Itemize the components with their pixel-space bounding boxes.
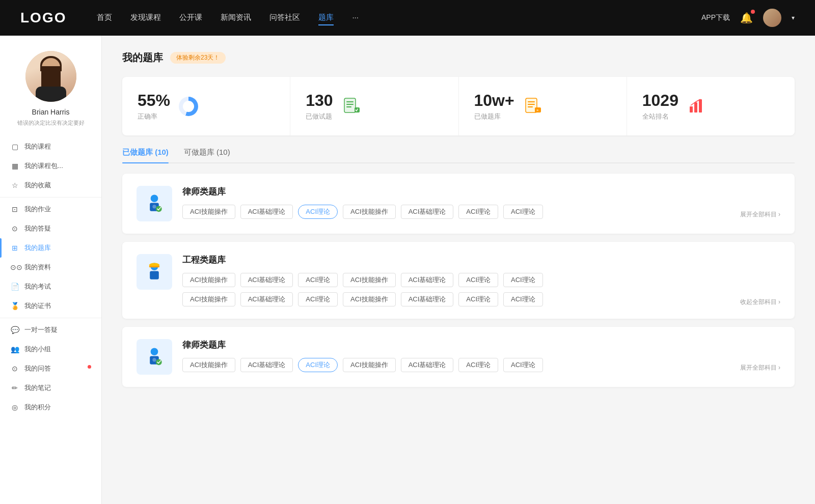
- l2-tag-5[interactable]: ACI理论: [458, 358, 498, 372]
- eng-r2-tag-4[interactable]: ACI基础理论: [401, 292, 454, 306]
- qbank-tag-0[interactable]: ACI技能操作: [182, 205, 235, 219]
- favorites-icon: ☆: [10, 181, 19, 189]
- qbank-tags-lawyer-1: ACI技能操作 ACI基础理论 ACI理论 ACI技能操作 ACI基础理论 AC…: [182, 205, 543, 219]
- eng-r2-tag-1[interactable]: ACI基础理论: [240, 292, 293, 306]
- sidebar-item-my-group[interactable]: 👥 我的小组: [0, 340, 101, 359]
- eng-tag-0[interactable]: ACI技能操作: [182, 273, 235, 287]
- eng-r2-tag-3[interactable]: ACI技能操作: [343, 292, 396, 306]
- sidebar-item-one-on-one[interactable]: 💬 一对一答疑: [0, 320, 101, 340]
- svg-rect-12: [694, 102, 697, 113]
- stat-banks-values: 10w+ 已做题库: [474, 91, 514, 121]
- sidebar-motto: 错误的决定比没有决定要好: [12, 119, 90, 127]
- eng-r2-tag-0[interactable]: ACI技能操作: [182, 292, 235, 306]
- main-content: 我的题库 体验剩余23天！ 55% 正确率 130 已做试题: [102, 36, 815, 504]
- sidebar-item-my-profile[interactable]: ⊙⊙ 我的资料: [0, 258, 101, 277]
- sidebar-divider-2: [0, 318, 101, 318]
- stat-banks-value: 10w+: [474, 91, 514, 110]
- sidebar-item-my-notes[interactable]: ✏ 我的笔记: [0, 378, 101, 398]
- tab-done[interactable]: 已做题库 (10): [122, 148, 169, 162]
- qbank-tag-2[interactable]: ACI理论: [298, 205, 338, 219]
- nav-open[interactable]: 公开课: [179, 11, 202, 25]
- qbank-tag-4[interactable]: ACI基础理论: [401, 205, 454, 219]
- nav-right: APP下载 🔔 ▾: [701, 9, 795, 27]
- svg-rect-3: [346, 106, 351, 107]
- eng-r2-tag-5[interactable]: ACI理论: [458, 292, 498, 306]
- notes-icon: ✏: [10, 384, 19, 392]
- eng-tag-6[interactable]: ACI理论: [503, 273, 543, 287]
- doc-green-icon: [342, 97, 361, 116]
- svg-point-17: [156, 206, 162, 212]
- l2-tag-3[interactable]: ACI技能操作: [343, 358, 396, 372]
- sidebar-label-my-profile: 我的资料: [24, 263, 51, 272]
- logo[interactable]: LOGO: [20, 10, 66, 26]
- eng-tag-2[interactable]: ACI理论: [298, 273, 338, 287]
- svg-rect-19: [150, 271, 159, 279]
- chevron-down-icon[interactable]: ▾: [792, 14, 795, 21]
- l2-tag-6[interactable]: ACI理论: [503, 358, 543, 372]
- svg-rect-13: [699, 99, 702, 113]
- stat-rank-value: 1029: [642, 91, 678, 110]
- expand-lawyer-1[interactable]: 展开全部科目 ›: [740, 210, 780, 219]
- one-on-one-icon: 💬: [10, 326, 19, 334]
- stat-accuracy-value: 55%: [138, 91, 170, 110]
- qbank-body-lawyer-2: 律师类题库 ACI技能操作 ACI基础理论 ACI理论 ACI技能操作 ACI基…: [182, 339, 780, 372]
- l2-tag-2[interactable]: ACI理论: [298, 358, 338, 372]
- sidebar-label-my-packages: 我的课程包...: [24, 161, 63, 171]
- tab-todo[interactable]: 可做题库 (10): [184, 148, 230, 162]
- svg-point-24: [152, 358, 156, 361]
- profile-icon: ⊙⊙: [10, 263, 19, 271]
- avatar-body: [36, 87, 66, 102]
- qbank-header-lawyer-2: 律师类题库 ACI技能操作 ACI基础理论 ACI理论 ACI技能操作 ACI基…: [137, 339, 780, 375]
- eng-tag-5[interactable]: ACI理论: [458, 273, 498, 287]
- l2-tag-1[interactable]: ACI基础理论: [240, 358, 293, 372]
- expand-lawyer-2[interactable]: 展开全部科目 ›: [740, 363, 780, 372]
- homework-icon: ⊡: [10, 205, 19, 213]
- sidebar-item-my-points[interactable]: ◎ 我的积分: [0, 398, 101, 417]
- app-download-button[interactable]: APP下载: [701, 13, 730, 22]
- sidebar-item-my-certs[interactable]: 🏅 我的证书: [0, 296, 101, 316]
- svg-rect-11: [690, 106, 693, 113]
- answers-badge: [88, 365, 91, 369]
- svg-rect-2: [346, 104, 354, 105]
- sidebar-item-my-questions[interactable]: ⊙ 我的答疑: [0, 219, 101, 238]
- sidebar-item-my-favorites[interactable]: ☆ 我的收藏: [0, 176, 101, 195]
- qbank-title-engineering: 工程类题库: [182, 254, 780, 266]
- bar-chart-icon: [688, 97, 706, 116]
- done-banks-icon: ≡: [523, 96, 543, 117]
- qbank-tag-3[interactable]: ACI技能操作: [343, 205, 396, 219]
- qbank-tag-6[interactable]: ACI理论: [503, 205, 543, 219]
- l2-tag-4[interactable]: ACI基础理论: [401, 358, 454, 372]
- nav-more[interactable]: ···: [352, 11, 359, 25]
- eng-tag-3[interactable]: ACI技能操作: [343, 273, 396, 287]
- sidebar-item-my-packages[interactable]: ▦ 我的课程包...: [0, 156, 101, 176]
- svg-rect-0: [344, 98, 356, 113]
- notification-bell-icon[interactable]: 🔔: [740, 12, 753, 24]
- l2-tag-0[interactable]: ACI技能操作: [182, 358, 235, 372]
- nav-news[interactable]: 新闻资讯: [221, 11, 251, 25]
- qbank-icon-wrap-engineering: [137, 254, 172, 290]
- sidebar-label-my-group: 我的小组: [24, 345, 51, 354]
- collapse-engineering[interactable]: 收起全部科目 ›: [740, 298, 780, 306]
- qbank-tag-5[interactable]: ACI理论: [458, 205, 498, 219]
- eng-tag-4[interactable]: ACI基础理论: [401, 273, 454, 287]
- qbank-tag-1[interactable]: ACI基础理论: [240, 205, 293, 219]
- avatar[interactable]: [763, 9, 781, 27]
- qbank-tags-engineering-row2: ACI技能操作 ACI基础理论 ACI理论 ACI技能操作 ACI基础理论 AC…: [182, 292, 543, 306]
- sidebar-item-my-exams[interactable]: 📄 我的考试: [0, 277, 101, 296]
- eng-r2-tag-2[interactable]: ACI理论: [298, 292, 338, 306]
- qbank-section-lawyer-1: 律师类题库 ACI技能操作 ACI基础理论 ACI理论 ACI技能操作 ACI基…: [122, 174, 795, 234]
- sidebar-item-my-courses[interactable]: ▢ 我的课程: [0, 137, 101, 156]
- sidebar-item-my-answers[interactable]: ⊙ 我的问答: [0, 359, 101, 378]
- trial-badge: 体验剩余23天！: [170, 52, 226, 64]
- eng-r2-tag-6[interactable]: ACI理论: [503, 292, 543, 306]
- sidebar-item-my-qbank[interactable]: ⊞ 我的题库: [0, 238, 101, 258]
- nav-discover[interactable]: 发现课程: [130, 11, 161, 25]
- nav-qbank[interactable]: 题库: [318, 11, 334, 25]
- nav-qa[interactable]: 问答社区: [269, 11, 300, 25]
- sidebar-item-my-homework[interactable]: ⊡ 我的作业: [0, 200, 101, 219]
- eng-tag-1[interactable]: ACI基础理论: [240, 273, 293, 287]
- nav-home[interactable]: 首页: [97, 11, 112, 25]
- points-icon: ◎: [10, 403, 19, 411]
- stat-done-value: 130: [306, 91, 333, 110]
- qbank-section-engineering: 工程类题库 ACI技能操作 ACI基础理论 ACI理论 ACI技能操作 ACI基…: [122, 242, 795, 319]
